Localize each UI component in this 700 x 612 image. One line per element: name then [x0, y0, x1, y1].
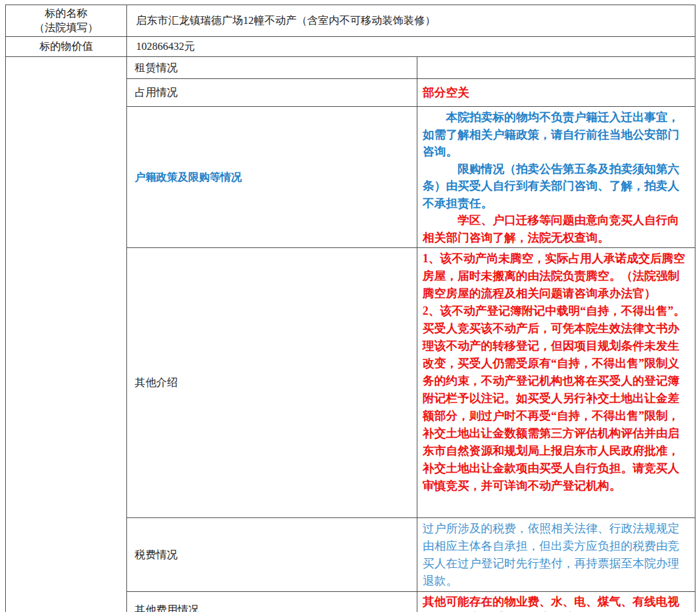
hukou-policy-label: 户籍政策及限购等情况	[127, 107, 417, 248]
auction-property-document: 标的名称 （法院填写） 启东市汇龙镇瑞德广场12幢不动产（含室内不可移动装饰装修…	[0, 0, 700, 612]
other-fees-value: 其他可能存在的物业费、水、电、煤气、有线电视等欠费均由买受人自行查证处理！	[417, 592, 695, 612]
property-info-table: 标的名称 （法院填写） 启东市汇龙镇瑞德广场12幢不动产（含室内不可移动装饰装修…	[5, 5, 695, 612]
occupancy-value: 部分空关	[417, 79, 695, 107]
target-name-label-line1: 标的名称	[6, 6, 126, 21]
hukou-paragraph-2: 限购情况（拍卖公告第五条及拍卖须知第六条）由买受人自行到有关部门咨询、了解，拍卖…	[423, 161, 690, 212]
other-intro-paragraph-2: 2、该不动产登记簿附记中载明“自持，不得出售”。买受人竞买该不动产后，可凭本院生…	[423, 302, 690, 495]
target-price-label: 标的物价值	[6, 37, 127, 57]
other-intro-paragraph-1: 1、该不动产尚未腾空，实际占用人承诺成交后腾空房屋，届时未搬离的由法院负责腾空。…	[423, 250, 690, 302]
other-fees-paragraph: 其他可能存在的物业费、水、电、煤气、有线电视等欠费均由买受人自行查证处理！	[423, 594, 690, 612]
hukou-paragraph-1: 本院拍卖标的物均不负责户籍迁入迁出事宜，如需了解相关户籍政策，请自行前往当地公安…	[423, 109, 690, 161]
target-price-value: 102866432元	[127, 37, 695, 57]
row-lease: 租赁情况	[6, 57, 695, 79]
target-name-label: 标的名称 （法院填写）	[6, 5, 127, 37]
lease-value	[417, 57, 695, 79]
merged-empty-cell	[6, 57, 127, 612]
row-target-price: 标的物价值 102866432元	[6, 37, 695, 57]
row-target-name: 标的名称 （法院填写） 启东市汇龙镇瑞德广场12幢不动产（含室内不可移动装饰装修…	[6, 5, 695, 37]
other-fees-label: 其他费用情况	[127, 592, 417, 612]
hukou-paragraph-3: 学区、户口迁移等问题由意向竞买人自行向相关部门咨询了解，法院无权查询。	[423, 212, 690, 246]
tax-value: 过户所涉及的税费，依照相关法律、行政法规规定由相应主体各自承担，但出卖方应负担的…	[417, 518, 695, 592]
tax-paragraph: 过户所涉及的税费，依照相关法律、行政法规规定由相应主体各自承担，但出卖方应负担的…	[423, 520, 690, 590]
tax-label: 税费情况	[127, 518, 417, 592]
occupancy-label: 占用情况	[127, 79, 417, 107]
other-intro-label: 其他介绍	[127, 248, 417, 518]
target-name-label-line2: （法院填写）	[6, 21, 126, 35]
lease-label: 租赁情况	[127, 57, 417, 79]
other-intro-value: 1、该不动产尚未腾空，实际占用人承诺成交后腾空房屋，届时未搬离的由法院负责腾空。…	[417, 248, 695, 518]
hukou-policy-value: 本院拍卖标的物均不负责户籍迁入迁出事宜，如需了解相关户籍政策，请自行前往当地公安…	[417, 107, 695, 248]
target-name-value: 启东市汇龙镇瑞德广场12幢不动产（含室内不可移动装饰装修）	[127, 5, 695, 37]
